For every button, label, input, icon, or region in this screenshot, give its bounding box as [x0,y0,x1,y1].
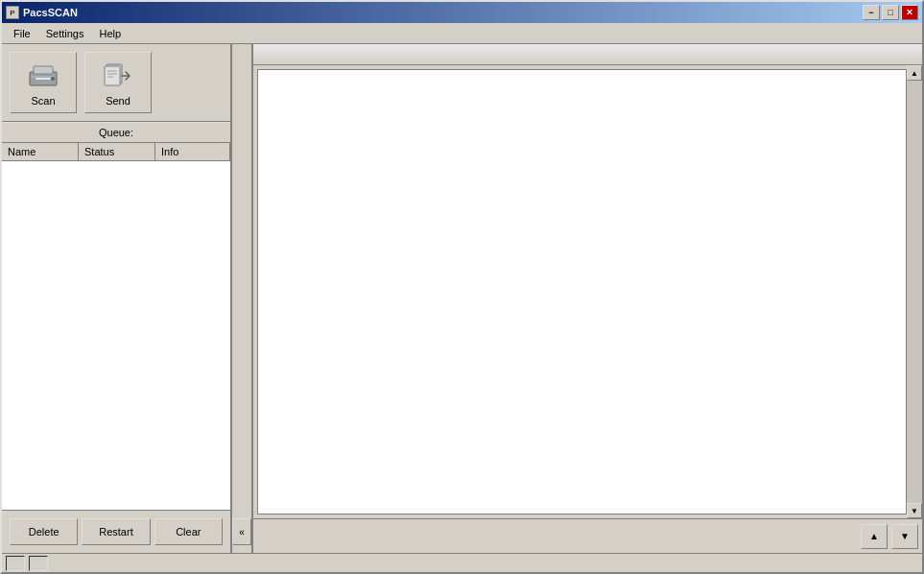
scan-icon [26,59,60,93]
menu-file[interactable]: File [6,26,38,41]
bottom-nav: ▲ ▼ [253,518,922,553]
close-button[interactable]: ✕ [901,5,918,20]
menu-help[interactable]: Help [91,26,129,41]
svg-point-4 [51,77,55,81]
status-pane-2 [29,556,48,571]
app-icon: P [6,6,19,19]
send-button[interactable]: Send [84,52,152,113]
maximize-button[interactable]: □ [882,5,899,20]
bottom-buttons: Delete Restart Clear [2,510,230,553]
main-window: P PacsSCAN − □ ✕ File Settings Help [0,0,924,574]
nav-up-button[interactable]: ▲ [861,524,888,549]
preview-area: ▲ ▼ ▲ ▼ [253,44,922,553]
svg-rect-6 [105,66,120,85]
minimize-button[interactable]: − [863,5,880,20]
col-header-info: Info [155,143,230,160]
svg-rect-1 [34,66,53,74]
title-bar-left: P PacsSCAN [6,6,78,19]
nav-down-button[interactable]: ▼ [891,524,918,549]
svg-rect-2 [36,78,51,80]
send-icon [101,59,135,93]
col-header-status: Status [79,143,155,160]
scan-button[interactable]: Scan [10,52,77,113]
title-bar: P PacsSCAN − □ ✕ [2,2,922,23]
svg-rect-3 [32,76,55,78]
preview-canvas [257,69,907,514]
scan-label: Scan [31,95,55,107]
collapse-panel: « [232,44,253,553]
clear-button[interactable]: Clear [154,518,223,545]
delete-button[interactable]: Delete [10,518,78,545]
scroll-down-button[interactable]: ▼ [907,503,922,518]
status-pane-1 [6,556,25,571]
scroll-track[interactable] [907,81,922,503]
toolbar: Scan [2,44,230,122]
window-title: PacsSCAN [23,7,78,18]
col-header-name: Name [2,143,79,160]
title-bar-buttons: − □ ✕ [863,5,918,20]
menu-settings[interactable]: Settings [38,26,92,41]
preview-scrollbar: ▲ ▼ [907,65,922,518]
preview-toolbar [253,44,922,65]
left-panel: Scan [2,44,232,553]
main-content: Scan [2,44,922,553]
preview-content: ▲ ▼ [253,65,922,518]
collapse-button[interactable]: « [232,518,251,545]
queue-table-header: Name Status Info [2,143,230,161]
queue-table-body [2,161,230,510]
scroll-up-button[interactable]: ▲ [907,65,922,81]
restart-button[interactable]: Restart [82,518,150,545]
queue-label: Queue: [2,122,230,143]
status-bar [2,553,922,572]
menu-bar: File Settings Help [2,23,922,44]
send-label: Send [106,95,130,107]
